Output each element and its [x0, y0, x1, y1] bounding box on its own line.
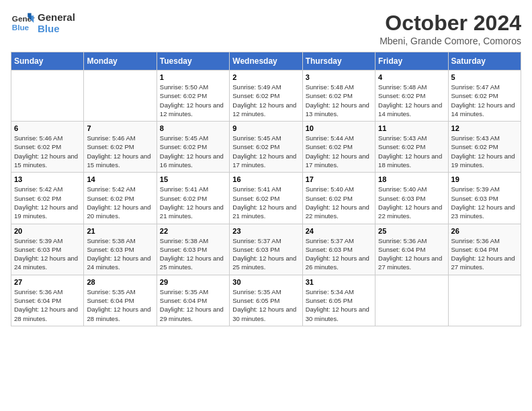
calendar-table: SundayMondayTuesdayWednesdayThursdayFrid…	[11, 52, 521, 326]
day-number: 1	[160, 73, 226, 81]
day-info: Sunrise: 5:41 AM Sunset: 6:02 PM Dayligh…	[232, 185, 299, 220]
day-info: Sunrise: 5:41 AM Sunset: 6:02 PM Dayligh…	[160, 185, 226, 220]
weekday-header-friday: Friday	[375, 52, 448, 71]
weekday-header-monday: Monday	[84, 52, 157, 71]
day-number: 31	[306, 278, 372, 286]
calendar-cell: 17Sunrise: 5:40 AM Sunset: 6:02 PM Dayli…	[302, 173, 375, 224]
calendar-cell: 5Sunrise: 5:47 AM Sunset: 6:02 PM Daylig…	[448, 71, 521, 122]
day-info: Sunrise: 5:47 AM Sunset: 6:02 PM Dayligh…	[451, 83, 518, 118]
day-number: 19	[451, 175, 518, 183]
day-number: 15	[160, 175, 226, 183]
day-info: Sunrise: 5:46 AM Sunset: 6:02 PM Dayligh…	[14, 134, 81, 169]
day-number: 4	[378, 73, 445, 81]
location-subtitle: Mbeni, Grande Comore, Comoros	[380, 36, 521, 46]
calendar-cell: 24Sunrise: 5:37 AM Sunset: 6:03 PM Dayli…	[302, 224, 375, 275]
day-number: 11	[378, 124, 445, 132]
calendar-cell: 10Sunrise: 5:44 AM Sunset: 6:02 PM Dayli…	[302, 122, 375, 173]
weekday-header-thursday: Thursday	[302, 52, 375, 71]
calendar-cell: 31Sunrise: 5:34 AM Sunset: 6:05 PM Dayli…	[302, 275, 375, 326]
day-number: 12	[451, 124, 518, 132]
week-row-2: 6Sunrise: 5:46 AM Sunset: 6:02 PM Daylig…	[11, 122, 521, 173]
day-number: 26	[451, 227, 518, 235]
calendar-cell: 15Sunrise: 5:41 AM Sunset: 6:02 PM Dayli…	[157, 173, 229, 224]
calendar-cell: 14Sunrise: 5:42 AM Sunset: 6:02 PM Dayli…	[84, 173, 157, 224]
calendar-cell: 23Sunrise: 5:37 AM Sunset: 6:03 PM Dayli…	[230, 224, 302, 275]
day-info: Sunrise: 5:49 AM Sunset: 6:02 PM Dayligh…	[232, 83, 299, 118]
calendar-cell: 7Sunrise: 5:46 AM Sunset: 6:02 PM Daylig…	[84, 122, 157, 173]
calendar-cell: 21Sunrise: 5:38 AM Sunset: 6:03 PM Dayli…	[84, 224, 157, 275]
calendar-cell: 9Sunrise: 5:45 AM Sunset: 6:02 PM Daylig…	[230, 122, 302, 173]
calendar-cell: 18Sunrise: 5:40 AM Sunset: 6:03 PM Dayli…	[375, 173, 448, 224]
day-number: 22	[160, 227, 226, 235]
day-info: Sunrise: 5:50 AM Sunset: 6:02 PM Dayligh…	[160, 83, 226, 118]
day-number: 28	[87, 278, 153, 286]
calendar-cell: 25Sunrise: 5:36 AM Sunset: 6:04 PM Dayli…	[375, 224, 448, 275]
day-info: Sunrise: 5:46 AM Sunset: 6:02 PM Dayligh…	[87, 134, 153, 169]
calendar-cell: 11Sunrise: 5:43 AM Sunset: 6:02 PM Dayli…	[375, 122, 448, 173]
week-row-5: 27Sunrise: 5:36 AM Sunset: 6:04 PM Dayli…	[11, 275, 521, 326]
day-info: Sunrise: 5:38 AM Sunset: 6:03 PM Dayligh…	[160, 236, 226, 272]
calendar-cell	[84, 71, 157, 122]
day-number: 17	[306, 175, 372, 183]
day-info: Sunrise: 5:42 AM Sunset: 6:02 PM Dayligh…	[87, 185, 153, 220]
weekday-header-wednesday: Wednesday	[230, 52, 302, 71]
calendar-cell: 20Sunrise: 5:39 AM Sunset: 6:03 PM Dayli…	[11, 224, 84, 275]
calendar-cell: 12Sunrise: 5:43 AM Sunset: 6:02 PM Dayli…	[448, 122, 521, 173]
day-info: Sunrise: 5:45 AM Sunset: 6:02 PM Dayligh…	[232, 134, 299, 169]
calendar-cell	[11, 71, 84, 122]
week-row-1: 1Sunrise: 5:50 AM Sunset: 6:02 PM Daylig…	[11, 71, 521, 122]
calendar-cell: 30Sunrise: 5:35 AM Sunset: 6:05 PM Dayli…	[230, 275, 302, 326]
day-info: Sunrise: 5:45 AM Sunset: 6:02 PM Dayligh…	[160, 134, 226, 169]
day-info: Sunrise: 5:43 AM Sunset: 6:02 PM Dayligh…	[451, 134, 518, 169]
month-title: October 2024	[380, 11, 521, 36]
weekday-header-sunday: Sunday	[11, 52, 84, 71]
calendar-cell: 19Sunrise: 5:39 AM Sunset: 6:03 PM Dayli…	[448, 173, 521, 224]
weekday-header-tuesday: Tuesday	[157, 52, 229, 71]
day-number: 24	[306, 227, 372, 235]
svg-text:Blue: Blue	[12, 23, 30, 32]
day-number: 2	[232, 73, 299, 81]
day-info: Sunrise: 5:36 AM Sunset: 6:04 PM Dayligh…	[14, 287, 81, 323]
day-number: 14	[87, 175, 153, 183]
day-number: 6	[14, 124, 81, 132]
day-info: Sunrise: 5:40 AM Sunset: 6:02 PM Dayligh…	[306, 185, 372, 220]
calendar-cell: 8Sunrise: 5:45 AM Sunset: 6:02 PM Daylig…	[157, 122, 229, 173]
day-number: 5	[451, 73, 518, 81]
calendar-title-block: October 2024 Mbeni, Grande Comore, Comor…	[380, 11, 521, 46]
day-info: Sunrise: 5:48 AM Sunset: 6:02 PM Dayligh…	[378, 83, 445, 118]
day-number: 8	[160, 124, 226, 132]
day-info: Sunrise: 5:44 AM Sunset: 6:02 PM Dayligh…	[306, 134, 372, 169]
calendar-cell: 27Sunrise: 5:36 AM Sunset: 6:04 PM Dayli…	[11, 275, 84, 326]
calendar-cell	[448, 275, 521, 326]
day-info: Sunrise: 5:38 AM Sunset: 6:03 PM Dayligh…	[87, 236, 153, 272]
day-info: Sunrise: 5:40 AM Sunset: 6:03 PM Dayligh…	[378, 185, 445, 220]
day-number: 9	[232, 124, 299, 132]
logo-text-blue: Blue	[38, 23, 75, 34]
calendar-cell: 3Sunrise: 5:48 AM Sunset: 6:02 PM Daylig…	[302, 71, 375, 122]
calendar-cell: 4Sunrise: 5:48 AM Sunset: 6:02 PM Daylig…	[375, 71, 448, 122]
calendar-cell: 1Sunrise: 5:50 AM Sunset: 6:02 PM Daylig…	[157, 71, 229, 122]
day-number: 10	[306, 124, 372, 132]
day-info: Sunrise: 5:35 AM Sunset: 6:04 PM Dayligh…	[87, 287, 153, 323]
calendar-cell: 13Sunrise: 5:42 AM Sunset: 6:02 PM Dayli…	[11, 173, 84, 224]
day-info: Sunrise: 5:39 AM Sunset: 6:03 PM Dayligh…	[14, 236, 81, 272]
calendar-cell: 16Sunrise: 5:41 AM Sunset: 6:02 PM Dayli…	[230, 173, 302, 224]
day-info: Sunrise: 5:34 AM Sunset: 6:05 PM Dayligh…	[306, 287, 372, 323]
day-number: 13	[14, 175, 81, 183]
day-number: 29	[160, 278, 226, 286]
day-number: 27	[14, 278, 81, 286]
day-info: Sunrise: 5:35 AM Sunset: 6:04 PM Dayligh…	[160, 287, 226, 323]
day-number: 21	[87, 227, 153, 235]
day-number: 23	[232, 227, 299, 235]
day-info: Sunrise: 5:36 AM Sunset: 6:04 PM Dayligh…	[451, 236, 518, 272]
week-row-3: 13Sunrise: 5:42 AM Sunset: 6:02 PM Dayli…	[11, 173, 521, 224]
logo: General Blue General Blue	[11, 11, 75, 35]
day-number: 3	[306, 73, 372, 81]
calendar-cell: 6Sunrise: 5:46 AM Sunset: 6:02 PM Daylig…	[11, 122, 84, 173]
calendar-cell: 29Sunrise: 5:35 AM Sunset: 6:04 PM Dayli…	[157, 275, 229, 326]
day-number: 25	[378, 227, 445, 235]
day-info: Sunrise: 5:37 AM Sunset: 6:03 PM Dayligh…	[306, 236, 372, 272]
calendar-cell	[375, 275, 448, 326]
day-number: 30	[232, 278, 299, 286]
weekday-header-saturday: Saturday	[448, 52, 521, 71]
